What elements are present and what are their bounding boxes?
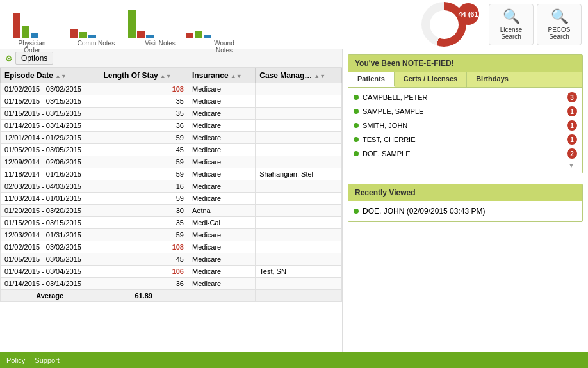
cell-episode-date: 01/02/2015 - 03/02/2015	[1, 241, 99, 253]
cell-case-manager	[256, 108, 342, 120]
bar-comm-red	[70, 29, 78, 38]
patient-badge: 1	[567, 120, 577, 131]
recently-viewed-box: Recently Viewed DOE, JOHN (02/09/2015 03…	[348, 184, 583, 222]
bar-comm-green	[79, 32, 87, 38]
scroll-indicator: ▼	[352, 161, 578, 170]
patient-row[interactable]: DOE, SAMPLE2	[352, 147, 578, 161]
cell-case-manager: Shahangian, Stel	[256, 168, 342, 180]
sort-arrow-episode: ▲▼	[55, 73, 67, 79]
cell-episode-date: 12/01/2014 - 01/29/2015	[1, 132, 99, 144]
cell-case-manager: Test, SN	[256, 266, 342, 278]
cell-los: 35	[99, 108, 188, 120]
cell-insurance: Medicare	[188, 132, 255, 144]
average-value: 61.89	[99, 290, 188, 302]
bar-visit-green	[128, 10, 136, 38]
col-los[interactable]: Length Of Stay ▲▼	[99, 68, 188, 83]
episode-table: Episode Date ▲▼ Length Of Stay ▲▼ Insura…	[0, 68, 342, 302]
cell-episode-date: 01/15/2015 - 03/15/2015	[1, 108, 99, 120]
table-row[interactable]: 01/14/2015 - 03/14/201536Medicare	[1, 120, 342, 132]
table-wrapper[interactable]: Episode Date ▲▼ Length Of Stay ▲▼ Insura…	[0, 68, 342, 365]
cell-case-manager	[256, 156, 342, 168]
table-row[interactable]: 12/01/2014 - 01/29/201559Medicare	[1, 132, 342, 144]
cell-episode-date: 01/20/2015 - 03/20/2015	[1, 205, 99, 217]
table-row[interactable]: 01/14/2015 - 03/14/201536Medicare	[1, 278, 342, 290]
cell-insurance: Medicare	[188, 144, 255, 156]
table-row[interactable]: 01/05/2015 - 03/05/201545Medicare	[1, 144, 342, 156]
table-row[interactable]: 01/04/2015 - 03/04/2015106MedicareTest, …	[1, 266, 342, 278]
table-row[interactable]: 01/02/2015 - 03/02/2015108Medicare	[1, 241, 342, 253]
cell-case-manager	[256, 253, 342, 266]
patient-row[interactable]: TEST, CHERRIE1	[352, 132, 578, 147]
cell-los: 30	[99, 205, 188, 217]
patient-row[interactable]: SAMPLE, SAMPLE1	[352, 104, 578, 118]
col-insurance[interactable]: Insurance ▲▼	[188, 68, 255, 83]
table-row[interactable]: 02/03/2015 - 04/03/201516Medicare	[1, 180, 342, 193]
cell-los: 106	[99, 266, 188, 278]
footer: Policy Support	[0, 352, 588, 368]
right-panel: You've Been NOTE-E-FIED! Patients Certs …	[343, 49, 588, 365]
bar-visit-red	[137, 31, 145, 38]
cell-episode-date: 01/14/2015 - 03/14/2015	[1, 120, 99, 132]
table-row[interactable]: 01/05/2015 - 03/05/201545Medicare	[1, 253, 342, 266]
col-case-manager[interactable]: Case Manag… ▲▼	[256, 68, 342, 83]
cell-case-manager	[256, 180, 342, 193]
footer-support-link[interactable]: Support	[35, 356, 60, 364]
cell-episode-date: 01/04/2015 - 03/04/2015	[1, 266, 99, 278]
top-bar: Physician Order Comm Notes Visit Notes W…	[0, 0, 588, 49]
license-search-icon: 🔍	[503, 8, 520, 25]
table-row[interactable]: 11/03/2014 - 01/01/201559Medicare	[1, 193, 342, 205]
cell-episode-date: 01/15/2015 - 03/15/2015	[1, 217, 99, 229]
notification-box: You've Been NOTE-E-FIED! Patients Certs …	[348, 54, 583, 173]
table-row[interactable]: 01/02/2015 - 03/02/2015108Medicare	[1, 83, 342, 95]
cell-case-manager	[256, 229, 342, 241]
patient-badge: 3	[567, 92, 577, 102]
cell-los: 59	[99, 132, 188, 144]
chart-label-comm: Comm Notes	[77, 40, 115, 54]
cell-case-manager	[256, 83, 342, 95]
license-search-button[interactable]: 🔍 License Search	[489, 4, 534, 45]
bar-group-physician	[13, 13, 38, 38]
cell-case-manager	[256, 193, 342, 205]
footer-policy-link[interactable]: Policy	[6, 356, 25, 364]
tab-patients[interactable]: Patients	[348, 72, 395, 87]
cell-episode-date: 02/03/2015 - 04/03/2015	[1, 180, 99, 193]
tab-certs-licenses[interactable]: Certs / Licenses	[395, 72, 467, 87]
average-empty-2	[256, 290, 342, 302]
patient-list: CAMPBELL, PETER3SAMPLE, SAMPLE1SMITH, JO…	[348, 88, 582, 173]
pecos-search-button[interactable]: 🔍 PECOS Search	[537, 4, 582, 45]
donut-badge: 44 (61	[457, 3, 479, 25]
patient-name: SAMPLE, SAMPLE	[363, 108, 567, 115]
table-row[interactable]: 01/15/2015 - 03/15/201535Medicare	[1, 108, 342, 120]
table-row[interactable]: 12/03/2014 - 01/31/201559Medicare	[1, 229, 342, 241]
table-row[interactable]: 01/20/2015 - 03/20/201530Aetna	[1, 205, 342, 217]
recently-viewed-list: DOE, JOHN (02/09/2015 03:43 PM)	[348, 201, 582, 221]
cell-los: 108	[99, 241, 188, 253]
chart-container: Physician Order Comm Notes Visit Notes W…	[0, 0, 405, 49]
cell-insurance: Medicare	[188, 83, 255, 95]
cell-insurance: Medicare	[188, 266, 255, 278]
table-row[interactable]: 01/15/2015 - 03/15/201535Medicare	[1, 95, 342, 108]
table-row[interactable]: 11/18/2014 - 01/16/201559MedicareShahang…	[1, 168, 342, 180]
donut-area: 44 (61	[405, 0, 482, 49]
table-row[interactable]: 12/09/2014 - 02/06/201559Medicare	[1, 156, 342, 168]
col-episode-date[interactable]: Episode Date ▲▼	[1, 68, 99, 83]
cell-los: 35	[99, 95, 188, 108]
tab-birthdays[interactable]: Birthdays	[467, 72, 518, 87]
cell-los: 108	[99, 83, 188, 95]
table-row[interactable]: 01/15/2015 - 03/15/201535Medi-Cal	[1, 217, 342, 229]
cell-insurance: Medicare	[188, 95, 255, 108]
patient-row[interactable]: CAMPBELL, PETER3	[352, 90, 578, 104]
main-content: ⚙ Options Episode Date ▲▼ Length Of Stay…	[0, 49, 588, 365]
patient-row[interactable]: SMITH, JOHN1	[352, 118, 578, 132]
cell-insurance: Medicare	[188, 180, 255, 193]
cell-los: 35	[99, 217, 188, 229]
cell-insurance: Medicare	[188, 193, 255, 205]
recently-status-dot	[354, 209, 359, 214]
options-button[interactable]: Options	[15, 52, 53, 65]
recently-viewed-row[interactable]: DOE, JOHN (02/09/2015 03:43 PM)	[352, 205, 578, 218]
cell-insurance: Medi-Cal	[188, 217, 255, 229]
cell-insurance: Medicare	[188, 168, 255, 180]
cell-los: 59	[99, 229, 188, 241]
bar-group-wound	[186, 31, 211, 38]
patient-name: TEST, CHERRIE	[363, 136, 567, 143]
